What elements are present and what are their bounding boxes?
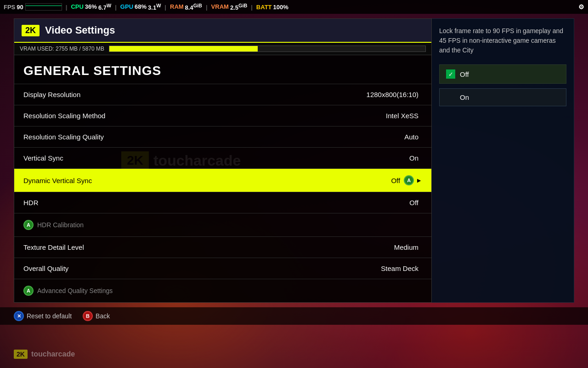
setting-value-4: Off bbox=[391, 177, 400, 184]
setting-name-5: HDR bbox=[23, 199, 409, 207]
option-off-label: Off bbox=[460, 70, 469, 78]
option-off[interactable]: ✓ Off bbox=[439, 64, 566, 84]
option-on[interactable]: On bbox=[439, 88, 566, 106]
panel-title: Video Settings bbox=[45, 24, 115, 36]
left-panel: 2K toucharcade 2K Video Settings VRAM US… bbox=[14, 18, 432, 303]
hud-fps: FPS 90 bbox=[4, 4, 23, 11]
setting-row-0[interactable]: Display Resolution 588x368(16:10) bbox=[14, 84, 431, 105]
b-button-icon: B bbox=[83, 311, 93, 321]
vram-value: 2.5GiB bbox=[230, 3, 247, 11]
right-panel: Lock frame rate to 90 FPS in gameplay an… bbox=[432, 18, 574, 303]
fps-value: 90 bbox=[17, 4, 23, 11]
setting-row-9[interactable]: A Advanced Quality Settings bbox=[14, 279, 431, 302]
bottom-controls: ✕ Reset to default B Back bbox=[0, 307, 588, 325]
reset-label: Reset to default bbox=[27, 312, 72, 320]
setting-name-1: Resolution Scaling Method bbox=[23, 112, 386, 120]
option-off-checkbox: ✓ bbox=[446, 69, 455, 79]
divider-5: | bbox=[251, 4, 253, 11]
setting-row-5[interactable]: HDR Off bbox=[14, 192, 431, 213]
reset-button[interactable]: ✕ Reset to default bbox=[14, 311, 72, 321]
arrow-right-4: ► bbox=[416, 177, 422, 184]
a-btn-icon-6: A bbox=[23, 220, 34, 230]
vram-bar-fill bbox=[109, 46, 258, 52]
settings-list: Display Resolution 588x368(16:10) Resol… bbox=[14, 84, 431, 302]
gpu-pct: 68% bbox=[135, 3, 147, 10]
setting-name-3: Vertical Sync bbox=[23, 154, 409, 162]
setting-controls-4: A ► bbox=[404, 175, 422, 185]
fps-label: FPS bbox=[4, 4, 15, 11]
cpu-watts: 6.7W bbox=[98, 3, 111, 11]
panel-header: 2K Video Settings bbox=[14, 19, 431, 43]
setting-value-3: On bbox=[409, 154, 418, 162]
gpu-watts: 3.1W bbox=[148, 3, 161, 11]
setting-value-1: Intel XeSS bbox=[386, 112, 418, 120]
setting-row-6[interactable]: A HDR Calibration bbox=[14, 213, 431, 236]
setting-value-2: Auto bbox=[404, 133, 418, 141]
gpu-label: GPU bbox=[120, 3, 133, 10]
setting-value-7: Medium bbox=[394, 243, 418, 251]
setting-row-2[interactable]: Resolution Scaling Quality Auto bbox=[14, 126, 431, 147]
setting-row-7[interactable]: Texture Detail Level Medium bbox=[14, 236, 431, 258]
setting-name-8: Overall Quality bbox=[23, 264, 381, 272]
setting-value-0: 588x368(16:10) bbox=[367, 91, 418, 98]
divider-2: | bbox=[115, 4, 117, 11]
setting-row-4[interactable]: Dynamic Vertical Sync Off A ► bbox=[14, 168, 431, 192]
cpu-label: CPU bbox=[71, 3, 83, 10]
divider-4: | bbox=[206, 4, 208, 11]
watermark: 2K toucharcade bbox=[14, 350, 75, 359]
hud-batt: BATT 100% bbox=[256, 4, 288, 11]
a-btn-4: A bbox=[404, 175, 414, 185]
right-description: Lock frame rate to 90 FPS in gameplay an… bbox=[439, 26, 566, 55]
divider-3: | bbox=[164, 4, 166, 11]
setting-name-0: Display Resolution bbox=[23, 91, 367, 98]
setting-name-7: Texture Detail Level bbox=[23, 243, 394, 251]
settings-container: 2K toucharcade 2K Video Settings VRAM US… bbox=[14, 18, 574, 303]
vram-bar-track bbox=[109, 46, 426, 52]
batt-label: BATT bbox=[256, 4, 272, 11]
ram-label: RAM bbox=[170, 3, 184, 10]
vram-label: VRAM bbox=[211, 3, 229, 10]
setting-value-5: Off bbox=[409, 199, 418, 207]
back-button[interactable]: B Back bbox=[83, 311, 110, 321]
watermark-logo: 2K bbox=[14, 350, 28, 359]
setting-value-8: Steam Deck bbox=[381, 264, 418, 272]
watermark-text: toucharcade bbox=[31, 350, 75, 358]
settings-icon[interactable]: ⚙ bbox=[578, 3, 584, 11]
hud-ram: RAM 8.4GiB bbox=[170, 3, 202, 11]
setting-row-3[interactable]: Vertical Sync On bbox=[14, 147, 431, 168]
setting-name-6: HDR Calibration bbox=[37, 221, 422, 229]
hud-cpu: CPU 36% 6.7W bbox=[71, 3, 111, 11]
hud-gpu: GPU 68% 3.1W bbox=[120, 3, 161, 11]
setting-row-8[interactable]: Overall Quality Steam Deck bbox=[14, 258, 431, 279]
option-on-label: On bbox=[460, 93, 469, 101]
cpu-pct: 36% bbox=[85, 3, 97, 10]
setting-name-4: Dynamic Vertical Sync bbox=[23, 177, 391, 184]
setting-name-9: Advanced Quality Settings bbox=[37, 287, 422, 294]
back-label: Back bbox=[96, 312, 110, 320]
x-button-icon: ✕ bbox=[14, 311, 24, 321]
section-title: GENERAL SETTINGS bbox=[14, 55, 431, 84]
hud-vram: VRAM 2.5GiB bbox=[211, 3, 248, 11]
a-btn-icon-9: A bbox=[23, 286, 34, 296]
batt-value: 100% bbox=[273, 4, 288, 11]
vram-bar-container: VRAM USED: 2755 MB / 5870 MB bbox=[14, 43, 431, 55]
ram-value: 8.4GiB bbox=[185, 3, 202, 11]
fps-graph bbox=[25, 3, 62, 11]
vram-bar-label: VRAM USED: 2755 MB / 5870 MB bbox=[20, 46, 104, 52]
setting-name-2: Resolution Scaling Quality bbox=[23, 133, 404, 141]
setting-row-1[interactable]: Resolution Scaling Method Intel XeSS bbox=[14, 105, 431, 126]
logo-2k: 2K bbox=[22, 25, 40, 36]
fps-graph-line bbox=[26, 6, 62, 9]
hud-bar: FPS 90 | CPU 36% 6.7W | GPU 68% 3.1W | R… bbox=[0, 0, 588, 14]
divider-1: | bbox=[66, 4, 68, 11]
